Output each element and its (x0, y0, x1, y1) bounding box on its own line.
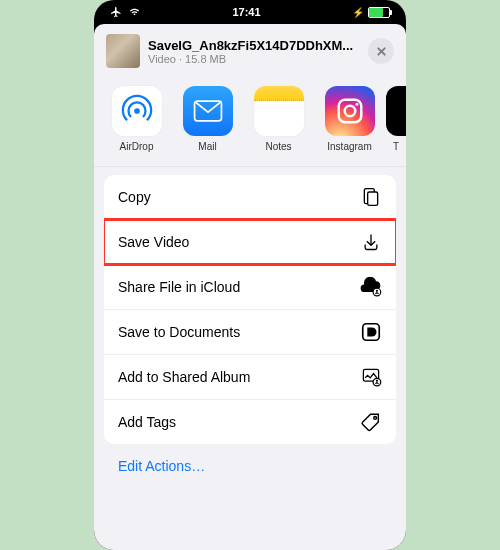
icloud-share-icon (360, 276, 382, 298)
action-label: Copy (118, 189, 151, 205)
wifi-icon (128, 7, 141, 17)
share-apps-row: AirDrop Mail Notes (94, 80, 406, 167)
documents-icon (360, 321, 382, 343)
status-bar: 17:41 ⚡ (94, 0, 406, 22)
share-app-more[interactable]: T (386, 86, 406, 152)
tag-icon (360, 411, 382, 433)
share-sheet: SaveIG_An8kzFi5X14D7DDhXM... Video · 15.… (94, 24, 406, 550)
svg-point-9 (376, 290, 378, 292)
svg-point-12 (373, 378, 381, 386)
action-add-shared-album[interactable]: Add to Shared Album (104, 354, 396, 399)
copy-icon (360, 186, 382, 208)
app-label: T (386, 141, 406, 152)
share-app-airdrop[interactable]: AirDrop (102, 86, 171, 152)
svg-rect-7 (368, 192, 378, 205)
save-icon (360, 231, 382, 253)
file-subtitle: Video · 15.8 MB (148, 53, 360, 65)
action-label: Save Video (118, 234, 189, 250)
shared-album-icon (360, 366, 382, 388)
action-label: Share File in iCloud (118, 279, 240, 295)
action-label: Save to Documents (118, 324, 240, 340)
partial-app-icon (386, 86, 406, 136)
airdrop-icon (112, 86, 162, 136)
action-save-video[interactable]: Save Video (104, 219, 396, 264)
mail-icon (183, 86, 233, 136)
action-copy[interactable]: Copy (104, 175, 396, 219)
file-thumbnail (106, 34, 140, 68)
battery-icon (368, 7, 390, 18)
share-app-instagram[interactable]: Instagram (315, 86, 384, 152)
app-label: AirDrop (120, 141, 154, 152)
app-label: Mail (198, 141, 216, 152)
action-add-tags[interactable]: Add Tags (104, 399, 396, 444)
share-header: SaveIG_An8kzFi5X14D7DDhXM... Video · 15.… (94, 24, 406, 80)
instagram-icon (325, 86, 375, 136)
action-label: Add to Shared Album (118, 369, 250, 385)
app-label: Notes (265, 141, 291, 152)
action-label: Add Tags (118, 414, 176, 430)
share-app-mail[interactable]: Mail (173, 86, 242, 152)
action-list: Copy Save Video (104, 175, 396, 444)
svg-point-6 (355, 103, 358, 106)
status-time: 17:41 (232, 6, 260, 18)
app-label: Instagram (327, 141, 371, 152)
edit-actions-link[interactable]: Edit Actions… (104, 444, 396, 504)
action-share-icloud[interactable]: Share File in iCloud (104, 264, 396, 309)
action-save-documents[interactable]: Save to Documents (104, 309, 396, 354)
phone-frame: 17:41 ⚡ SaveIG_An8kzFi5X14D7DDhXM... Vid… (94, 0, 406, 550)
airplane-mode-icon (110, 6, 122, 18)
svg-point-14 (374, 417, 377, 420)
notes-icon (254, 86, 304, 136)
svg-point-13 (376, 380, 378, 382)
actions-section: Copy Save Video (94, 167, 406, 504)
svg-point-8 (373, 288, 381, 296)
close-button[interactable] (368, 38, 394, 64)
svg-point-2 (134, 108, 140, 114)
share-app-notes[interactable]: Notes (244, 86, 313, 152)
charging-icon: ⚡ (352, 7, 364, 18)
file-name: SaveIG_An8kzFi5X14D7DDhXM... (148, 38, 360, 53)
svg-point-5 (344, 106, 355, 117)
